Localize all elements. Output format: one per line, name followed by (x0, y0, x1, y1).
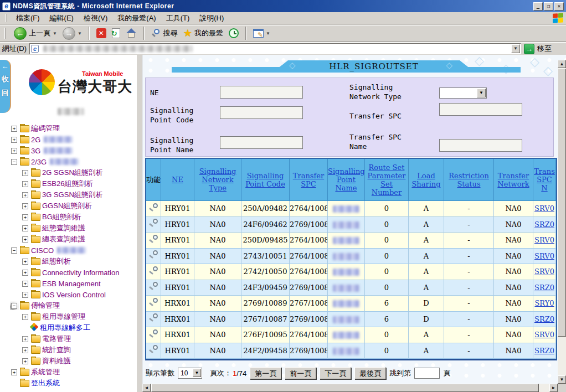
restore-button[interactable]: ❐ (544, 2, 553, 11)
header-signalling-point-name[interactable]: Signalling Point Name (328, 159, 365, 201)
tspcn-input[interactable] (439, 139, 522, 152)
magnifier-icon[interactable] (149, 282, 158, 291)
tree-item[interactable]: 系統管理 (11, 367, 136, 378)
jump-page-input[interactable] (414, 368, 440, 379)
magnifier-icon[interactable] (149, 345, 158, 354)
scroll-down-icon[interactable]: ▼ (558, 375, 566, 384)
tree-item-label[interactable]: IOS Version Control (42, 291, 106, 299)
tree-item[interactable]: BG組態剖析 (22, 212, 136, 223)
tree-toggle-icon[interactable] (22, 214, 28, 220)
cell-trans-spc-name-link[interactable]: SRV0 (534, 204, 554, 213)
scroll-left-icon[interactable]: ◄ (142, 384, 151, 392)
tree-item-label[interactable]: 組態查詢維護 (42, 223, 85, 233)
tree-item[interactable]: 組態查詢維護 (22, 223, 136, 234)
menu-help[interactable]: 說明(H) (194, 12, 229, 24)
select-dropdown-caret-icon[interactable]: ▼ (193, 369, 201, 377)
tree-toggle-icon[interactable] (22, 336, 28, 342)
home-button[interactable] (124, 28, 138, 39)
tree-toggle-icon[interactable] (11, 303, 17, 309)
cell-trans-spc-name-link[interactable]: SRZ0 (534, 315, 554, 323)
stop-button[interactable]: ✕ (95, 28, 108, 39)
tree-toggle-icon[interactable] (22, 181, 28, 187)
header-route-set-parameter-set-number[interactable]: Route Set Parameter Set Number (365, 159, 409, 201)
tree-item-label[interactable]: ESB26組態剖析 (42, 179, 93, 189)
tree-toggle-icon[interactable] (11, 126, 17, 132)
tree-item[interactable]: CISCO (11, 245, 136, 256)
header-signalling-network-type[interactable]: Signalling Network Type (194, 159, 241, 201)
prev-page-button[interactable]: 前一頁 (285, 367, 316, 379)
magnifier-icon[interactable] (149, 298, 158, 307)
address-dropdown-caret-icon[interactable]: ▼ (511, 44, 520, 53)
tree-item-label[interactable]: 電路管理 (42, 334, 71, 344)
horizontal-scrollbar[interactable]: ◄ ► (142, 384, 558, 392)
tree-item[interactable]: 登出系統 (11, 378, 136, 389)
header-load-sharing[interactable]: Load Sharing (409, 159, 444, 201)
magnifier-icon[interactable] (149, 313, 158, 323)
tree-toggle-icon[interactable] (22, 358, 28, 364)
header-transfer-spc[interactable]: Transfer SPC (290, 159, 328, 201)
magnifier-icon[interactable] (149, 235, 158, 244)
header-transfer-network[interactable]: Transfer Network (494, 159, 533, 201)
go-icon[interactable]: → (524, 44, 534, 54)
tree-item-label[interactable]: 統計查詢 (42, 345, 71, 355)
tree-toggle-icon[interactable] (11, 148, 17, 154)
edit-button[interactable]: ✎ ▼ (251, 28, 272, 38)
tree-toggle-icon[interactable] (22, 192, 28, 198)
menu-edit[interactable]: 編輯(E) (45, 12, 79, 24)
cell-trans-spc-name-link[interactable]: SRY0 (534, 299, 554, 307)
magnifier-icon[interactable] (149, 250, 158, 260)
tree-item-label[interactable]: GGSN組態剖析 (42, 201, 92, 211)
page-size-select[interactable]: 10 ▼ (178, 368, 202, 379)
tree-item-label[interactable]: 資料維護 (42, 356, 71, 366)
tree-item[interactable]: 電路管理 (22, 333, 136, 344)
tree-item-label[interactable]: 傳輸管理 (31, 301, 60, 311)
tree-item[interactable]: 3G SGSN組態剖析 (22, 189, 136, 200)
address-input[interactable]: e ▼ (29, 43, 521, 54)
cell-trans-spc-name-link[interactable]: SRZ0 (534, 347, 554, 355)
tree-item-label[interactable]: 2G (31, 136, 40, 144)
tree-item[interactable]: 組態剖析 (22, 256, 136, 267)
tree-item[interactable]: Connectivity Information (22, 267, 136, 278)
tree-item[interactable]: 總表查詢維護 (22, 234, 136, 245)
horizontal-scrollbar-thumb[interactable] (151, 384, 539, 392)
tree-item-label[interactable]: 2/3G (31, 158, 47, 166)
tree-item[interactable]: 租用專線解多工 (22, 322, 136, 333)
tree-item[interactable]: GGSN組態剖析 (22, 200, 136, 212)
ne-input[interactable] (220, 86, 303, 99)
close-button[interactable]: ✕ (554, 2, 564, 11)
tree-item[interactable]: 傳輸管理 (11, 300, 136, 311)
magnifier-icon[interactable] (149, 266, 158, 276)
last-page-button[interactable]: 最後頁 (354, 367, 386, 379)
tree-item-label[interactable]: BG組態剖析 (42, 212, 81, 222)
tree-item-label[interactable]: 登出系統 (31, 378, 60, 388)
select-dropdown-caret-icon[interactable]: ▼ (477, 89, 486, 97)
tree-toggle-icon[interactable] (22, 292, 28, 298)
tree-toggle-icon[interactable] (22, 170, 28, 176)
cell-trans-spc-name-link[interactable]: SRV0 (534, 331, 554, 339)
menu-favorites[interactable]: 我的最愛(A) (112, 12, 161, 24)
tree-item-label[interactable]: 總表查詢維護 (42, 234, 85, 244)
tree-toggle-icon[interactable] (22, 314, 28, 320)
tree-item-label[interactable]: 組態剖析 (42, 256, 71, 266)
tree-item-label[interactable]: 編碼管理 (31, 123, 60, 133)
forward-button[interactable]: → ▼ (61, 27, 84, 40)
toolbar-grip[interactable] (6, 14, 7, 22)
refresh-button[interactable]: ↻ (110, 28, 122, 39)
tree-item[interactable]: 編碼管理 (11, 123, 136, 134)
tree-toggle-icon[interactable] (22, 225, 28, 231)
tree-item[interactable]: 2G (11, 134, 136, 145)
vertical-scrollbar[interactable]: ▲ ▼ (558, 60, 566, 384)
tree-item[interactable]: 統計查詢 (22, 344, 136, 355)
tree-toggle-icon[interactable] (22, 270, 28, 276)
back-button[interactable]: ← 上一頁 ▼ (12, 27, 59, 40)
scroll-up-icon[interactable]: ▲ (558, 60, 566, 68)
magnifier-icon[interactable] (149, 203, 158, 213)
tree-item[interactable]: 3G (11, 145, 136, 156)
tree-toggle-icon[interactable] (22, 259, 28, 265)
magnifier-icon[interactable] (149, 329, 158, 339)
next-page-button[interactable]: 下一頁 (320, 367, 351, 379)
tree-toggle-icon[interactable] (11, 247, 17, 254)
spn-input[interactable] (220, 136, 303, 149)
header-restriction-status[interactable]: Restriction Status (444, 159, 494, 201)
scroll-right-icon[interactable]: ► (549, 384, 558, 392)
